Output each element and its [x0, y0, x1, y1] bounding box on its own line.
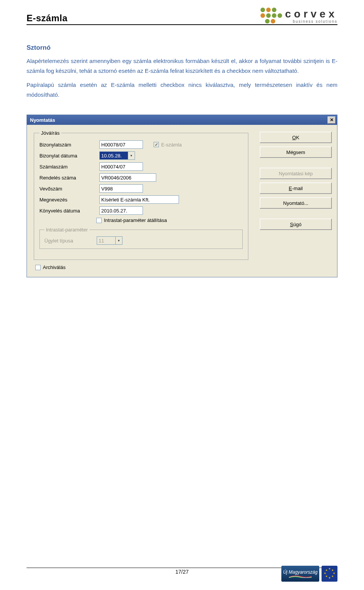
input-vevoszam[interactable]: V998: [99, 184, 143, 193]
print-dialog: Nyomtatás ✕ Jóváírás Bizonylatszám H0007…: [27, 115, 337, 277]
logo-text: corvex: [285, 8, 337, 20]
label-archivalas: Archiválás: [43, 264, 66, 270]
logo-dots-icon: [260, 8, 282, 24]
body-paragraph-2: Papíralapú számla esetén az E-számla mel…: [27, 80, 337, 99]
checkbox-eszamla: [154, 142, 159, 147]
help-button[interactable]: Súgó: [260, 219, 332, 230]
document-title: E-számla: [27, 13, 67, 24]
label-eszamla: E-számla: [161, 142, 182, 148]
input-rendeles-szama[interactable]: VR0046/2006: [99, 173, 156, 182]
label-rendeles-szama: Rendelés száma: [39, 175, 96, 181]
dialog-titlebar[interactable]: Nyomtatás ✕: [27, 115, 337, 125]
document-header: E-számla corvex business solutions: [27, 8, 337, 25]
input-megnevezes[interactable]: Kísérleti E-számla Kft.: [99, 195, 179, 204]
input-bizonylatszam[interactable]: H00078/07: [99, 140, 143, 149]
printer-button[interactable]: Nyomtató...: [260, 197, 332, 209]
corvex-logo: corvex business solutions: [260, 8, 337, 24]
checkbox-intrastat-atallitasa[interactable]: [96, 218, 102, 223]
uj-magyarorszag-badge: Új Magyarország: [281, 566, 319, 582]
groupbox-jovairas: Jóváírás Bizonylatszám H00078/07 E-száml…: [34, 130, 248, 260]
input-ugylet-tipusa: 11: [97, 236, 116, 245]
label-intrastat-atallitasa: Intrastat-paraméter átállítása: [104, 217, 167, 223]
label-vevoszam: Vevőszám: [39, 186, 96, 192]
groupbox-jovairas-legend: Jóváírás: [39, 130, 61, 136]
page-number: 17/27: [175, 569, 188, 575]
eu-stars-icon: ★ ★ ★ ★ ★ ★ ★ ★: [324, 568, 335, 579]
label-szamlaszam: Számlaszám: [39, 164, 96, 170]
label-bizonylatszam: Bizonylatszám: [39, 142, 96, 148]
body-paragraph-1: Alapértelemezés szerint amennyiben egy s…: [27, 56, 337, 76]
chevron-down-icon[interactable]: ▾: [128, 151, 135, 160]
wave-icon: [289, 575, 312, 578]
input-szamlaszam[interactable]: H00074/07: [99, 162, 143, 171]
label-ugylet-tipusa: Ügylet típusa: [44, 238, 94, 244]
label-megnevezes: Megnevezés: [39, 197, 96, 203]
chevron-down-icon: ▾: [116, 236, 122, 245]
page-footer: 17/27 Új Magyarország ★ ★ ★ ★ ★ ★ ★: [27, 568, 337, 575]
label-konyveles-datuma: Könyvelés dátuma: [39, 208, 96, 214]
eu-flag-badge: ★ ★ ★ ★ ★ ★ ★ ★: [322, 566, 337, 582]
print-preview-button: Nyomtatási kép: [260, 168, 332, 179]
email-button[interactable]: E-mail: [260, 183, 332, 194]
checkbox-archivalas[interactable]: [35, 265, 41, 270]
input-konyveles-datuma[interactable]: 2010.05.27.: [99, 206, 143, 215]
ok-button[interactable]: OK: [260, 132, 332, 143]
section-heading: Sztornó: [27, 44, 337, 52]
groupbox-intrastat: Intrastat-paraméter Ügylet típusa 11 ▾: [39, 227, 243, 249]
logo-subtitle: business solutions: [285, 19, 337, 24]
groupbox-intrastat-legend: Intrastat-paraméter: [44, 227, 89, 233]
cancel-button[interactable]: Mégsem: [260, 146, 332, 158]
dialog-title: Nyomtatás: [30, 117, 55, 123]
label-bizonylat-datuma: Bizonylat dátuma: [39, 153, 96, 159]
close-icon[interactable]: ✕: [328, 116, 336, 124]
input-bizonylat-datuma[interactable]: 10.05.28.: [99, 151, 128, 160]
